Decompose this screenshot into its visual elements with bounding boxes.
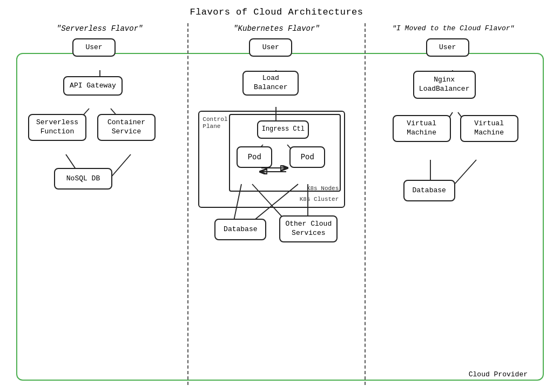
col-kubernetes: "Kubernetes Flavor" User Load Balancer C… [187,23,365,385]
node-user3: User [426,38,469,57]
columns-wrapper: "Serverless Flavor" User API Gateway Ser… [12,23,541,385]
k8s-cluster-label: K8s Cluster [300,196,339,202]
cloud-provider-label: Cloud Provider [469,370,528,379]
node-database: Database [403,180,455,201]
node-vm2: Virtual Machine [460,115,518,142]
node-pod1: Pod [237,146,272,168]
node-user2: User [249,38,292,57]
col-kubernetes-label: "Kubernetes Flavor" [188,24,364,33]
node-container-svc: Container Service [97,114,156,141]
node-nginx-lb: Nginx LoadBalancer [413,71,476,99]
k8s-cluster-box: Control Plane Ingress Ctl Pod Pod [198,111,345,208]
node-pod2: Pod [289,146,325,168]
k8s-nodes-label: K8s Nodes [307,185,339,192]
k8s-nodes-box: Ingress Ctl Pod Pod [229,114,341,192]
node-serverless-fn: Serverless Function [28,114,86,141]
node-ingress-ctl: Ingress Ctl [257,120,309,139]
col-cloud: "I Moved to the Cloud Flavor" User Nginx… [366,23,541,385]
col-cloud-label: "I Moved to the Cloud Flavor" [366,24,541,32]
node-vm1: Virtual Machine [393,115,451,142]
diagram-container: Flavors of Cloud Architectures [6,7,547,385]
control-plane-label: Control Plane [203,116,227,130]
node-load-balancer: Load Balancer [242,71,299,96]
node-user1: User [72,38,116,57]
main-title: Flavors of Cloud Architectures [190,7,363,17]
col-serverless: "Serverless Flavor" User API Gateway Ser… [12,23,187,385]
node-nosql-db: NoSQL DB [54,168,112,190]
col-serverless-label: "Serverless Flavor" [12,24,187,33]
node-other-cloud: Other Cloud Services [279,215,338,242]
node-api-gateway: API Gateway [63,76,123,96]
node-k8s-database: Database [214,219,266,240]
